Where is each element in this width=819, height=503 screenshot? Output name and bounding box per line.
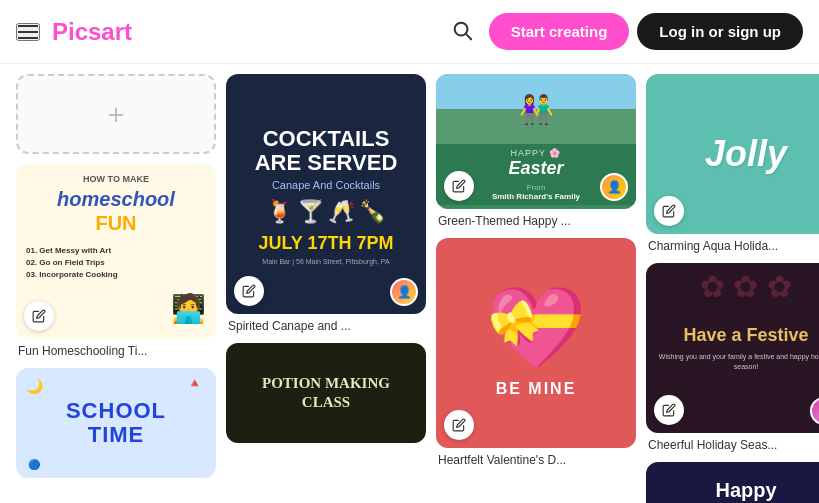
deco-circle: 🔵	[28, 459, 40, 470]
potion-card-wrap: POTION MAKINGCLASS	[226, 343, 426, 443]
holiday-deco-top: ✿ ✿ ✿	[646, 269, 819, 304]
cocktails-avatar: 👤	[390, 278, 418, 306]
easter-happy: HAPPY 🌸	[444, 148, 628, 158]
valentines-label: Heartfelt Valentine's D...	[436, 453, 626, 467]
column-3: 👫 HAPPY 🌸 Easter From Smith Richard's Fa…	[436, 74, 636, 503]
cocktails-card-wrap: COCKTAILSARE SERVED Canape And Cocktails…	[226, 74, 426, 333]
deco-crescent: 🌙	[26, 378, 43, 394]
menu-line	[18, 25, 38, 27]
easter-label: Green-Themed Happy ...	[436, 214, 626, 228]
glass-icon-3: 🥂	[328, 199, 355, 225]
holiday-card-wrap: ✿ ✿ ✿ Have a Festive Wishing you and you…	[646, 263, 819, 452]
valentines-card-wrap: 💝 BE MINE Heartfelt Valentine's D...	[436, 238, 636, 467]
main-grid: ＋ HOW TO MAKE homeschool FUN 01. Get Mes…	[0, 64, 819, 503]
menu-line	[18, 37, 38, 39]
valentines-card[interactable]: 💝 BE MINE	[436, 238, 636, 448]
deco-triangle: 🔺	[187, 376, 202, 390]
cocktails-subtitle: Canape And Cocktails	[272, 179, 380, 191]
jolly-text: Jolly	[705, 133, 787, 175]
upload-card[interactable]: ＋	[16, 74, 216, 154]
edit-icon	[452, 179, 466, 193]
hw-how-text: HOW TO MAKE	[26, 174, 206, 186]
logo-text: Picsart	[52, 18, 132, 46]
jolly-label: Charming Aqua Holida...	[646, 239, 819, 253]
search-button[interactable]	[443, 11, 481, 52]
header: Picsart Start creating Log in or sign up	[0, 0, 819, 64]
cocktails-date: JULY 17TH 7PM	[258, 233, 393, 254]
hw-step-3: 03. Incorporate Cooking	[26, 270, 206, 280]
potion-text: POTION MAKINGCLASS	[262, 374, 390, 413]
column-4: Jolly Charming Aqua Holida... ✿ ✿ ✿ Have…	[646, 74, 819, 503]
edit-icon	[662, 204, 676, 218]
column-2: COCKTAILSARE SERVED Canape And Cocktails…	[226, 74, 426, 503]
upload-plus-icon: ＋	[102, 95, 130, 133]
holiday-title: Have a Festive	[683, 325, 808, 346]
happynew-text: HappyNew	[715, 478, 776, 503]
easter-avatar: 👤	[600, 173, 628, 201]
holiday-label: Cheerful Holiday Seas...	[646, 438, 819, 452]
homeschool-label: Fun Homeschooling Ti...	[16, 344, 206, 358]
menu-button[interactable]	[16, 23, 40, 41]
homeschool-card[interactable]: HOW TO MAKE homeschool FUN 01. Get Messy…	[16, 164, 216, 339]
school-content: SCHOOLTIME	[66, 399, 166, 447]
easter-edit-button[interactable]	[444, 171, 474, 201]
jolly-edit-button[interactable]	[654, 196, 684, 226]
easter-card-wrap: 👫 HAPPY 🌸 Easter From Smith Richard's Fa…	[436, 74, 636, 228]
easter-title: Easter	[444, 158, 628, 179]
edit-icon	[242, 284, 256, 298]
edit-icon	[32, 309, 46, 323]
cocktails-edit-button[interactable]	[234, 276, 264, 306]
column-1: ＋ HOW TO MAKE homeschool FUN 01. Get Mes…	[16, 74, 216, 503]
hw-fun: FUN	[26, 210, 206, 236]
jolly-card[interactable]: Jolly	[646, 74, 819, 234]
hw-step-2: 02. Go on Field Trips	[26, 258, 206, 268]
cocktails-glasses-row: 🍹 🍸 🥂 🍾	[266, 199, 386, 225]
search-icon	[451, 19, 473, 41]
edit-icon	[662, 403, 676, 417]
easter-person-image: 👫	[436, 74, 636, 144]
hw-title-group: homeschool FUN	[26, 188, 206, 236]
svg-line-1	[466, 34, 471, 39]
hw-steps: 01. Get Messy with Art 02. Go on Field T…	[26, 244, 206, 283]
glass-icon-2: 🍸	[297, 199, 324, 225]
cocktails-title: COCKTAILSARE SERVED	[255, 127, 398, 175]
homeschool-content: HOW TO MAKE homeschool FUN 01. Get Messy…	[26, 174, 206, 327]
start-creating-button[interactable]: Start creating	[489, 13, 630, 50]
valentines-edit-button[interactable]	[444, 410, 474, 440]
potion-content: POTION MAKINGCLASS	[226, 343, 426, 443]
school-card[interactable]: SCHOOLTIME 🌙 🔺 🔵	[16, 368, 216, 478]
hw-step-1: 01. Get Messy with Art	[26, 246, 206, 256]
glass-icon-4: 🍾	[359, 199, 386, 225]
cocktails-address: Main Bar | 56 Main Street, Pittsburgh, P…	[262, 258, 389, 265]
logo[interactable]: Picsart	[52, 18, 132, 46]
edit-icon	[452, 418, 466, 432]
cocktails-card[interactable]: COCKTAILSARE SERVED Canape And Cocktails…	[226, 74, 426, 314]
holiday-avatar: 👤	[810, 397, 819, 425]
glass-icon-1: 🍹	[266, 199, 293, 225]
easter-card[interactable]: 👫 HAPPY 🌸 Easter From Smith Richard's Fa…	[436, 74, 636, 209]
valentines-text: BE MINE	[496, 380, 577, 398]
homeschool-card-wrap: HOW TO MAKE homeschool FUN 01. Get Messy…	[16, 164, 216, 358]
valentines-hearts: 💝	[486, 288, 586, 368]
happynew-card[interactable]: HappyNew ⭐ ✨	[646, 462, 819, 503]
menu-line	[18, 31, 38, 33]
school-card-wrap: SCHOOLTIME 🌙 🔺 🔵	[16, 368, 216, 478]
login-button[interactable]: Log in or sign up	[637, 13, 803, 50]
holiday-edit-button[interactable]	[654, 395, 684, 425]
hw-title: homeschool	[26, 188, 206, 210]
cocktails-label: Spirited Canape and ...	[226, 319, 416, 333]
homeschool-illustration: 🧑‍💻	[26, 291, 206, 327]
holiday-card[interactable]: ✿ ✿ ✿ Have a Festive Wishing you and you…	[646, 263, 819, 433]
potion-card[interactable]: POTION MAKINGCLASS	[226, 343, 426, 443]
jolly-card-wrap: Jolly Charming Aqua Holida...	[646, 74, 819, 253]
holiday-sub: Wishing you and your family a festive an…	[658, 352, 819, 372]
homeschool-edit-button[interactable]	[24, 301, 54, 331]
happynew-card-wrap: HappyNew ⭐ ✨	[646, 462, 819, 503]
school-text: SCHOOLTIME	[66, 399, 166, 447]
